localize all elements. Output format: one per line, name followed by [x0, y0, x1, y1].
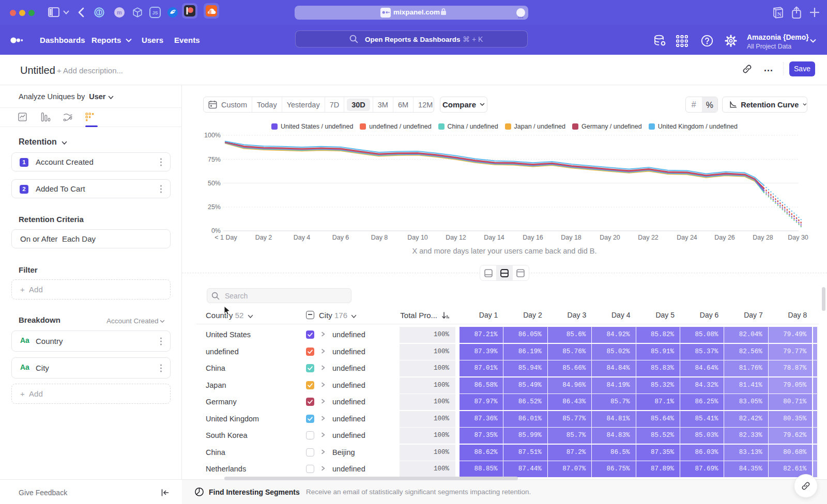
svg-text:Day 22: Day 22 [638, 234, 658, 241]
svg-text:JS: JS [152, 10, 158, 15]
svg-text:Day 4: Day 4 [294, 234, 311, 241]
svg-text:100%: 100% [204, 132, 221, 139]
svg-text:Day 12: Day 12 [446, 234, 466, 241]
svg-text:Day 26: Day 26 [714, 234, 735, 241]
svg-text:Day 30: Day 30 [788, 234, 808, 241]
svg-text:50%: 50% [208, 180, 221, 187]
svg-text:Day 28: Day 28 [753, 234, 773, 241]
svg-text:Day 24: Day 24 [677, 234, 697, 241]
svg-text:Day 2: Day 2 [255, 234, 272, 241]
svg-text:Day 6: Day 6 [332, 234, 349, 241]
svg-text:0%: 0% [211, 227, 221, 234]
svg-text:Day 10: Day 10 [407, 234, 428, 241]
svg-text:Day 16: Day 16 [523, 234, 543, 241]
svg-text:Day 20: Day 20 [600, 234, 620, 241]
svg-text:25%: 25% [208, 203, 221, 211]
svg-text:75%: 75% [208, 156, 221, 163]
svg-text:Day 18: Day 18 [561, 234, 581, 241]
svg-text:Day 8: Day 8 [371, 234, 388, 241]
svg-text:Day 14: Day 14 [484, 234, 504, 241]
svg-text:N: N [777, 11, 782, 17]
svg-text:< 1 Day: < 1 Day [215, 234, 237, 241]
